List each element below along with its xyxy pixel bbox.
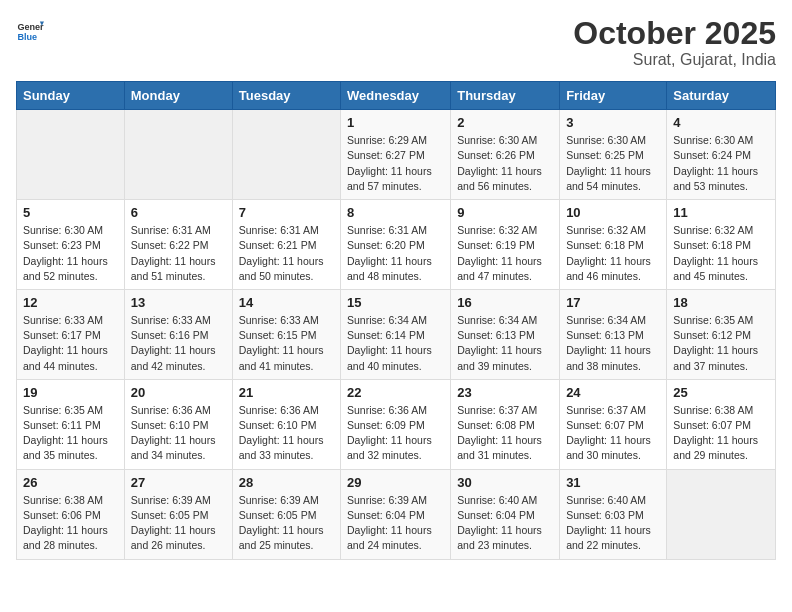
calendar-cell: 21Sunrise: 6:36 AM Sunset: 6:10 PM Dayli… xyxy=(232,379,340,469)
calendar-cell: 4Sunrise: 6:30 AM Sunset: 6:24 PM Daylig… xyxy=(667,110,776,200)
weekday-header: Friday xyxy=(560,82,667,110)
weekday-header: Thursday xyxy=(451,82,560,110)
day-number: 9 xyxy=(457,205,553,220)
calendar-cell: 9Sunrise: 6:32 AM Sunset: 6:19 PM Daylig… xyxy=(451,200,560,290)
day-info: Sunrise: 6:33 AM Sunset: 6:15 PM Dayligh… xyxy=(239,313,334,374)
page-header: General Blue October 2025 Surat, Gujarat… xyxy=(16,16,776,69)
calendar-cell: 19Sunrise: 6:35 AM Sunset: 6:11 PM Dayli… xyxy=(17,379,125,469)
calendar-cell: 7Sunrise: 6:31 AM Sunset: 6:21 PM Daylig… xyxy=(232,200,340,290)
day-number: 8 xyxy=(347,205,444,220)
day-number: 31 xyxy=(566,475,660,490)
day-number: 6 xyxy=(131,205,226,220)
day-number: 1 xyxy=(347,115,444,130)
calendar-cell: 5Sunrise: 6:30 AM Sunset: 6:23 PM Daylig… xyxy=(17,200,125,290)
day-number: 26 xyxy=(23,475,118,490)
calendar-cell: 27Sunrise: 6:39 AM Sunset: 6:05 PM Dayli… xyxy=(124,469,232,559)
day-info: Sunrise: 6:40 AM Sunset: 6:04 PM Dayligh… xyxy=(457,493,553,554)
day-info: Sunrise: 6:30 AM Sunset: 6:26 PM Dayligh… xyxy=(457,133,553,194)
day-info: Sunrise: 6:30 AM Sunset: 6:23 PM Dayligh… xyxy=(23,223,118,284)
day-number: 14 xyxy=(239,295,334,310)
day-info: Sunrise: 6:31 AM Sunset: 6:20 PM Dayligh… xyxy=(347,223,444,284)
day-info: Sunrise: 6:33 AM Sunset: 6:16 PM Dayligh… xyxy=(131,313,226,374)
day-number: 3 xyxy=(566,115,660,130)
day-info: Sunrise: 6:30 AM Sunset: 6:25 PM Dayligh… xyxy=(566,133,660,194)
calendar-cell: 15Sunrise: 6:34 AM Sunset: 6:14 PM Dayli… xyxy=(341,289,451,379)
logo-icon: General Blue xyxy=(16,16,44,44)
day-number: 20 xyxy=(131,385,226,400)
calendar-cell xyxy=(124,110,232,200)
calendar-cell: 12Sunrise: 6:33 AM Sunset: 6:17 PM Dayli… xyxy=(17,289,125,379)
day-info: Sunrise: 6:39 AM Sunset: 6:04 PM Dayligh… xyxy=(347,493,444,554)
calendar-week-row: 1Sunrise: 6:29 AM Sunset: 6:27 PM Daylig… xyxy=(17,110,776,200)
day-info: Sunrise: 6:36 AM Sunset: 6:09 PM Dayligh… xyxy=(347,403,444,464)
calendar-cell: 24Sunrise: 6:37 AM Sunset: 6:07 PM Dayli… xyxy=(560,379,667,469)
day-info: Sunrise: 6:31 AM Sunset: 6:22 PM Dayligh… xyxy=(131,223,226,284)
location-title: Surat, Gujarat, India xyxy=(573,51,776,69)
calendar-week-row: 19Sunrise: 6:35 AM Sunset: 6:11 PM Dayli… xyxy=(17,379,776,469)
day-info: Sunrise: 6:35 AM Sunset: 6:11 PM Dayligh… xyxy=(23,403,118,464)
day-number: 10 xyxy=(566,205,660,220)
svg-text:Blue: Blue xyxy=(17,32,37,42)
day-number: 5 xyxy=(23,205,118,220)
calendar-cell xyxy=(17,110,125,200)
calendar-cell: 16Sunrise: 6:34 AM Sunset: 6:13 PM Dayli… xyxy=(451,289,560,379)
day-info: Sunrise: 6:40 AM Sunset: 6:03 PM Dayligh… xyxy=(566,493,660,554)
calendar-cell: 25Sunrise: 6:38 AM Sunset: 6:07 PM Dayli… xyxy=(667,379,776,469)
calendar-cell: 8Sunrise: 6:31 AM Sunset: 6:20 PM Daylig… xyxy=(341,200,451,290)
day-number: 30 xyxy=(457,475,553,490)
day-number: 12 xyxy=(23,295,118,310)
weekday-header: Tuesday xyxy=(232,82,340,110)
day-info: Sunrise: 6:39 AM Sunset: 6:05 PM Dayligh… xyxy=(239,493,334,554)
calendar-cell: 23Sunrise: 6:37 AM Sunset: 6:08 PM Dayli… xyxy=(451,379,560,469)
day-number: 24 xyxy=(566,385,660,400)
calendar-cell: 6Sunrise: 6:31 AM Sunset: 6:22 PM Daylig… xyxy=(124,200,232,290)
weekday-header: Wednesday xyxy=(341,82,451,110)
calendar-header-row: SundayMondayTuesdayWednesdayThursdayFrid… xyxy=(17,82,776,110)
day-number: 21 xyxy=(239,385,334,400)
logo: General Blue xyxy=(16,16,44,44)
day-number: 18 xyxy=(673,295,769,310)
day-number: 7 xyxy=(239,205,334,220)
day-number: 13 xyxy=(131,295,226,310)
calendar-cell: 26Sunrise: 6:38 AM Sunset: 6:06 PM Dayli… xyxy=(17,469,125,559)
calendar-cell: 22Sunrise: 6:36 AM Sunset: 6:09 PM Dayli… xyxy=(341,379,451,469)
weekday-header: Sunday xyxy=(17,82,125,110)
month-title: October 2025 xyxy=(573,16,776,51)
calendar-cell: 28Sunrise: 6:39 AM Sunset: 6:05 PM Dayli… xyxy=(232,469,340,559)
calendar-cell: 14Sunrise: 6:33 AM Sunset: 6:15 PM Dayli… xyxy=(232,289,340,379)
calendar-cell: 13Sunrise: 6:33 AM Sunset: 6:16 PM Dayli… xyxy=(124,289,232,379)
day-number: 2 xyxy=(457,115,553,130)
calendar-cell xyxy=(667,469,776,559)
day-number: 19 xyxy=(23,385,118,400)
day-number: 27 xyxy=(131,475,226,490)
day-info: Sunrise: 6:37 AM Sunset: 6:07 PM Dayligh… xyxy=(566,403,660,464)
calendar-cell: 30Sunrise: 6:40 AM Sunset: 6:04 PM Dayli… xyxy=(451,469,560,559)
day-info: Sunrise: 6:32 AM Sunset: 6:19 PM Dayligh… xyxy=(457,223,553,284)
day-info: Sunrise: 6:35 AM Sunset: 6:12 PM Dayligh… xyxy=(673,313,769,374)
day-info: Sunrise: 6:36 AM Sunset: 6:10 PM Dayligh… xyxy=(131,403,226,464)
title-block: October 2025 Surat, Gujarat, India xyxy=(573,16,776,69)
calendar-cell: 3Sunrise: 6:30 AM Sunset: 6:25 PM Daylig… xyxy=(560,110,667,200)
calendar-cell: 1Sunrise: 6:29 AM Sunset: 6:27 PM Daylig… xyxy=(341,110,451,200)
calendar-cell xyxy=(232,110,340,200)
day-info: Sunrise: 6:39 AM Sunset: 6:05 PM Dayligh… xyxy=(131,493,226,554)
day-info: Sunrise: 6:31 AM Sunset: 6:21 PM Dayligh… xyxy=(239,223,334,284)
day-number: 22 xyxy=(347,385,444,400)
day-number: 4 xyxy=(673,115,769,130)
day-number: 15 xyxy=(347,295,444,310)
day-info: Sunrise: 6:36 AM Sunset: 6:10 PM Dayligh… xyxy=(239,403,334,464)
calendar-cell: 10Sunrise: 6:32 AM Sunset: 6:18 PM Dayli… xyxy=(560,200,667,290)
day-info: Sunrise: 6:29 AM Sunset: 6:27 PM Dayligh… xyxy=(347,133,444,194)
calendar-week-row: 5Sunrise: 6:30 AM Sunset: 6:23 PM Daylig… xyxy=(17,200,776,290)
day-number: 25 xyxy=(673,385,769,400)
calendar-table: SundayMondayTuesdayWednesdayThursdayFrid… xyxy=(16,81,776,559)
day-number: 17 xyxy=(566,295,660,310)
calendar-cell: 29Sunrise: 6:39 AM Sunset: 6:04 PM Dayli… xyxy=(341,469,451,559)
day-info: Sunrise: 6:34 AM Sunset: 6:13 PM Dayligh… xyxy=(566,313,660,374)
calendar-cell: 31Sunrise: 6:40 AM Sunset: 6:03 PM Dayli… xyxy=(560,469,667,559)
day-number: 23 xyxy=(457,385,553,400)
weekday-header: Monday xyxy=(124,82,232,110)
day-number: 29 xyxy=(347,475,444,490)
day-number: 11 xyxy=(673,205,769,220)
day-info: Sunrise: 6:33 AM Sunset: 6:17 PM Dayligh… xyxy=(23,313,118,374)
